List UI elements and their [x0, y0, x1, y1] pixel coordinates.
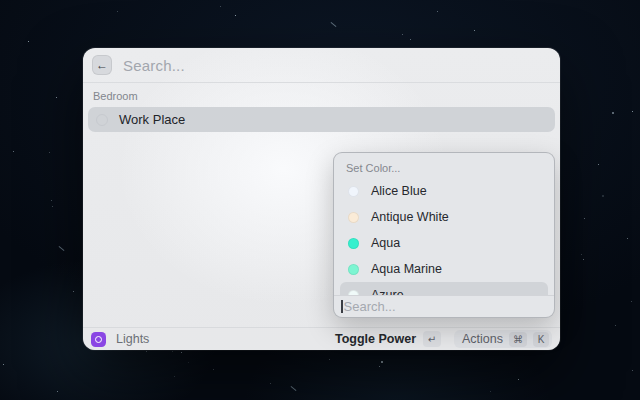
color-option-label: Azure — [371, 288, 404, 295]
star — [213, 369, 214, 370]
star — [52, 206, 53, 207]
light-bulb-icon — [96, 114, 108, 126]
section-header-bedroom: Bedroom — [93, 90, 138, 102]
star — [583, 259, 584, 260]
star — [598, 164, 599, 165]
color-option-aqua[interactable]: Aqua — [340, 230, 548, 256]
app-name: Lights — [116, 332, 149, 346]
star — [437, 11, 438, 12]
star — [632, 370, 633, 371]
enter-key-badge: ↵ — [423, 331, 441, 347]
color-search-input[interactable]: Search... — [334, 295, 554, 317]
star — [188, 362, 189, 363]
desktop-background: ← Search... Bedroom Work Place Lights To… — [0, 0, 640, 400]
actions-button[interactable]: Actions ⌘ K — [454, 330, 552, 348]
star — [172, 351, 173, 352]
bulb-ring-icon — [95, 336, 102, 343]
search-input[interactable]: Search... — [123, 57, 185, 74]
star — [474, 30, 475, 31]
app-chip: Lights — [91, 332, 149, 347]
star — [51, 200, 52, 201]
star — [615, 325, 616, 326]
color-search-placeholder: Search... — [344, 299, 396, 314]
set-color-popover: Set Color... Alice Blue Antique White Aq… — [333, 152, 555, 318]
star — [584, 218, 585, 219]
color-option-label: Antique White — [371, 210, 449, 224]
star — [49, 152, 50, 153]
text-cursor — [341, 300, 343, 313]
search-divider — [83, 82, 560, 83]
star — [612, 112, 614, 114]
star — [602, 195, 604, 197]
color-option-aqua-marine[interactable]: Aqua Marine — [340, 256, 548, 282]
toggle-power-label: Toggle Power — [335, 332, 416, 346]
star — [3, 364, 4, 365]
search-bar: ← Search... — [83, 48, 560, 82]
lights-app-icon — [91, 332, 106, 347]
k-key-badge: K — [533, 332, 549, 347]
cmd-key-badge: ⌘ — [509, 332, 527, 347]
star — [220, 6, 221, 7]
star — [490, 391, 491, 392]
star — [270, 383, 271, 384]
star — [632, 111, 633, 112]
star — [329, 359, 330, 360]
star — [581, 254, 582, 255]
star — [146, 351, 147, 352]
star — [381, 361, 383, 363]
star — [518, 379, 519, 380]
color-option-antique-white[interactable]: Antique White — [340, 204, 548, 230]
star — [379, 366, 380, 367]
color-option-label: Aqua — [371, 236, 400, 250]
star — [631, 301, 632, 302]
list-item-label: Work Place — [119, 112, 185, 127]
list-item-work-place[interactable]: Work Place — [88, 107, 555, 132]
star — [73, 291, 74, 292]
color-option-label: Alice Blue — [371, 184, 427, 198]
star — [28, 41, 29, 42]
color-option-label: Aqua Marine — [371, 262, 442, 276]
back-button[interactable]: ← — [92, 55, 112, 75]
popover-title: Set Color... — [346, 162, 400, 174]
color-swatch — [348, 212, 359, 223]
star — [235, 15, 236, 16]
footer: Lights Toggle Power ↵ Actions ⌘ K — [83, 327, 560, 350]
star — [57, 391, 58, 392]
color-list: Alice Blue Antique White Aqua Aqua Marin… — [340, 178, 548, 295]
color-swatch — [348, 238, 359, 249]
color-option-alice-blue[interactable]: Alice Blue — [340, 178, 548, 204]
star — [410, 39, 411, 40]
star — [174, 376, 175, 377]
color-swatch — [348, 186, 359, 197]
star — [627, 238, 628, 239]
star — [402, 34, 403, 35]
star — [13, 151, 14, 152]
actions-label: Actions — [462, 332, 503, 346]
color-option-azure[interactable]: Azure — [340, 282, 548, 295]
star — [117, 11, 118, 12]
star — [181, 352, 182, 353]
back-arrow-icon: ← — [96, 58, 108, 72]
color-swatch — [348, 264, 359, 275]
toggle-power-button[interactable]: Toggle Power ↵ — [335, 331, 441, 347]
star — [56, 97, 57, 98]
